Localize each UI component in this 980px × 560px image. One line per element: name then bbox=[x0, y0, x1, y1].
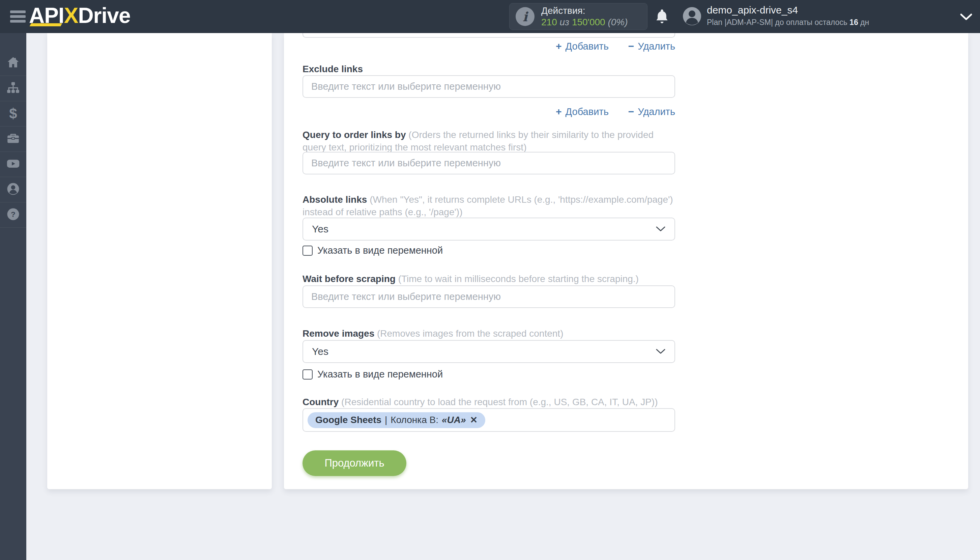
minus-icon: − bbox=[628, 106, 634, 117]
country-variable-tag[interactable]: Google Sheets | Колонка B: «UA» ✕ bbox=[308, 412, 485, 428]
logo-drive: Drive bbox=[78, 4, 130, 27]
tag-separator: | bbox=[385, 415, 387, 425]
wait-before-label: Wait before scraping (Time to wait in mi… bbox=[303, 273, 675, 285]
sidebar-item-help[interactable]: ? bbox=[0, 202, 26, 228]
remove-images-selected-value: Yes bbox=[312, 346, 328, 357]
add-link[interactable]: + Добавить bbox=[556, 106, 609, 117]
truncated-input-top[interactable] bbox=[303, 33, 675, 38]
variable-checkbox[interactable] bbox=[303, 246, 313, 256]
actions-percent: (0%) bbox=[608, 17, 627, 27]
sidebar-item-connections[interactable] bbox=[0, 76, 26, 101]
variable-checkbox-label: Указать в виде переменной bbox=[317, 369, 443, 380]
minus-icon: − bbox=[628, 40, 634, 52]
absolute-links-label: Absolute links (When "Yes", it returns c… bbox=[303, 193, 675, 218]
home-icon bbox=[6, 55, 20, 71]
actions-of-word: из bbox=[560, 17, 570, 27]
info-icon: i bbox=[516, 7, 534, 26]
actions-used: 210 bbox=[541, 17, 557, 27]
actions-usage: 210 из 150'000 (0%) bbox=[541, 17, 628, 28]
remove-images-label: Remove images (Removes images from the s… bbox=[303, 327, 675, 340]
user-menu[interactable]: demo_apix-drive_s4 Plan |ADM-AP-SM| до о… bbox=[707, 4, 869, 27]
variable-checkbox-row-1: Указать в виде переменной bbox=[303, 245, 443, 256]
question-icon: ? bbox=[6, 207, 20, 223]
tag-close-icon[interactable]: ✕ bbox=[470, 415, 478, 425]
plus-icon: + bbox=[556, 106, 562, 117]
person-icon bbox=[6, 182, 20, 197]
chevron-down-icon bbox=[656, 348, 666, 355]
chevron-down-icon[interactable] bbox=[960, 13, 973, 23]
continue-button[interactable]: Продолжить bbox=[303, 450, 406, 476]
exclude-links-input[interactable] bbox=[303, 75, 675, 98]
svg-text:?: ? bbox=[11, 210, 15, 218]
sidebar-item-youtube[interactable] bbox=[0, 152, 26, 177]
country-label: Country (Residential country to load the… bbox=[303, 396, 675, 408]
briefcase-icon bbox=[6, 131, 21, 147]
actions-label: Действия: bbox=[541, 5, 628, 17]
days-left-value: 16 bbox=[850, 18, 858, 27]
left-panel bbox=[47, 33, 272, 489]
sidebar-item-account[interactable] bbox=[0, 177, 26, 202]
actions-total: 150'000 bbox=[572, 17, 605, 27]
wait-before-input[interactable] bbox=[303, 285, 675, 308]
remove-link[interactable]: − Удалить bbox=[628, 40, 675, 52]
left-sidebar: $ bbox=[0, 33, 26, 560]
sidebar-item-billing[interactable]: $ bbox=[0, 101, 26, 127]
tag-value: «UA» bbox=[442, 415, 466, 425]
settings-form-panel: + Добавить − Удалить Exclude links + Доб… bbox=[284, 33, 968, 489]
chevron-down-icon bbox=[656, 226, 666, 232]
top-header: APIXDrive i Действия: 210 из 150'000 (0%… bbox=[0, 0, 980, 33]
sidebar-item-home[interactable] bbox=[0, 51, 26, 76]
actions-counter-badge[interactable]: i Действия: 210 из 150'000 (0%) bbox=[509, 3, 647, 30]
plan-text: Plan |ADM-AP-SM| до оплаты осталось bbox=[707, 18, 847, 27]
tag-source: Google Sheets bbox=[315, 415, 381, 425]
exclude-links-label: Exclude links bbox=[303, 63, 675, 75]
hamburger-menu-icon[interactable] bbox=[10, 10, 26, 23]
variable-checkbox-label: Указать в виде переменной bbox=[317, 245, 443, 256]
variable-checkbox[interactable] bbox=[303, 369, 313, 380]
absolute-links-select[interactable]: Yes bbox=[303, 218, 675, 240]
row-actions-top: + Добавить − Удалить bbox=[556, 40, 675, 52]
variable-checkbox-row-2: Указать в виде переменной bbox=[303, 369, 443, 380]
remove-images-select[interactable]: Yes bbox=[303, 340, 675, 363]
remove-link[interactable]: − Удалить bbox=[628, 106, 675, 117]
row-actions-exclude: + Добавить − Удалить bbox=[556, 106, 675, 117]
notifications-bell-icon[interactable] bbox=[655, 8, 669, 26]
youtube-icon bbox=[6, 157, 21, 172]
sidebar-item-services[interactable] bbox=[0, 127, 26, 152]
logo-x: X bbox=[64, 4, 78, 27]
plus-icon: + bbox=[556, 40, 562, 52]
days-unit: дн bbox=[860, 18, 869, 27]
absolute-links-selected-value: Yes bbox=[312, 223, 328, 235]
query-order-label: Query to order links by (Orders the retu… bbox=[303, 128, 675, 153]
logo-underline bbox=[30, 23, 62, 26]
country-input[interactable]: Google Sheets | Колонка B: «UA» ✕ bbox=[303, 408, 675, 432]
user-plan-line: Plan |ADM-AP-SM| до оплаты осталось 16 д… bbox=[707, 18, 869, 27]
username: demo_apix-drive_s4 bbox=[707, 4, 869, 16]
sitemap-icon bbox=[6, 81, 20, 96]
add-link[interactable]: + Добавить bbox=[556, 40, 609, 52]
tag-column: Колонка B: bbox=[391, 415, 438, 425]
apixdrive-logo[interactable]: APIXDrive bbox=[29, 4, 130, 27]
dollar-icon: $ bbox=[9, 106, 17, 122]
user-avatar[interactable] bbox=[682, 7, 701, 27]
query-order-input[interactable] bbox=[303, 152, 675, 174]
